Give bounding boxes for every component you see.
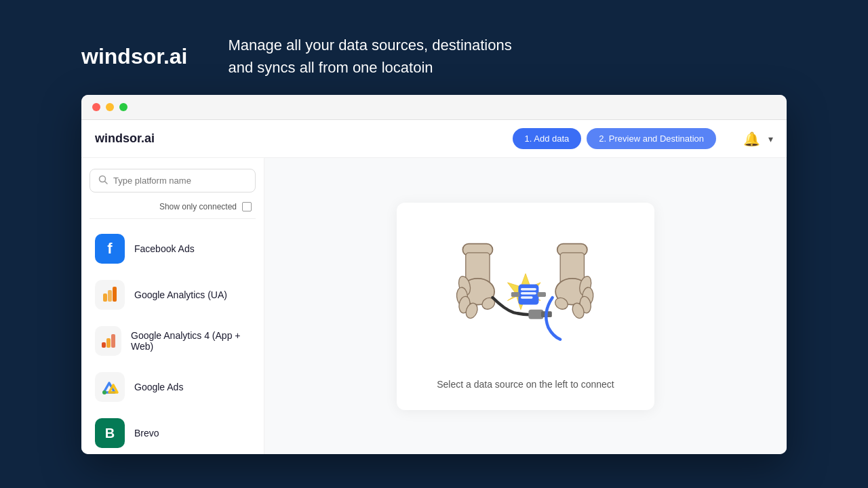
svg-rect-26	[511, 292, 519, 297]
tab-preview-destination[interactable]: 2. Preview and Destination	[587, 128, 716, 149]
navbar-right: 🔔 ▾	[743, 131, 773, 147]
browser-chrome	[81, 95, 787, 120]
show-connected-label: Show only connected	[159, 202, 237, 211]
app-logo: windsor.ai	[95, 131, 513, 146]
platform-name-ga-ua: Google Analytics (UA)	[134, 289, 227, 300]
main-layout: Show only connected f Facebook Ads	[81, 158, 787, 454]
dot-red[interactable]	[92, 103, 100, 111]
show-connected-checkbox[interactable]	[242, 202, 252, 211]
platform-item-brevo[interactable]: B Brevo	[90, 411, 256, 454]
notification-bell-icon[interactable]: 🔔	[743, 131, 760, 147]
platform-item-facebook[interactable]: f Facebook Ads	[90, 227, 256, 270]
svg-rect-24	[521, 292, 536, 295]
svg-rect-3	[108, 290, 112, 302]
svg-line-1	[105, 182, 108, 184]
platform-item-google-ads[interactable]: Google Ads	[90, 365, 256, 409]
dot-green[interactable]	[119, 103, 127, 111]
navbar: windsor.ai 1. Add data 2. Preview and De…	[81, 120, 787, 158]
svg-rect-25	[521, 296, 533, 299]
search-input[interactable]	[113, 176, 247, 186]
platform-name-facebook: Facebook Ads	[134, 243, 195, 254]
svg-rect-27	[538, 292, 546, 297]
show-connected-row: Show only connected	[90, 199, 256, 219]
banner-logo: windsor.ai	[81, 44, 187, 69]
svg-point-10	[102, 390, 106, 394]
svg-rect-5	[102, 342, 106, 348]
tab-add-data[interactable]: 1. Add data	[513, 128, 582, 149]
ga4-icon	[95, 326, 121, 356]
svg-rect-7	[111, 334, 115, 348]
app-content: windsor.ai 1. Add data 2. Preview and De…	[81, 120, 787, 454]
search-box[interactable]	[90, 169, 256, 192]
svg-rect-6	[106, 338, 111, 348]
banner: windsor.ai Manage all your data sources,…	[0, 34, 868, 95]
connection-card: Select a data source on the left to conn…	[397, 203, 654, 410]
ga-ua-icon	[95, 280, 125, 310]
connect-prompt-text: Select a data source on the left to conn…	[437, 379, 614, 390]
sidebar: Show only connected f Facebook Ads	[81, 158, 264, 454]
platform-item-ga4[interactable]: Google Analytics 4 (App + Web)	[90, 319, 256, 363]
brevo-icon: B	[95, 418, 125, 448]
chevron-down-icon[interactable]: ▾	[768, 134, 773, 144]
platform-name-ga4: Google Analytics 4 (App + Web)	[131, 330, 250, 352]
facebook-icon: f	[95, 234, 125, 264]
right-content: Select a data source on the left to conn…	[264, 158, 787, 454]
platform-name-brevo: Brevo	[134, 428, 159, 439]
plug-illustration	[424, 230, 627, 365]
banner-tagline: Manage all your data sources, destinatio…	[228, 34, 511, 79]
platform-name-google-ads: Google Ads	[134, 382, 183, 392]
svg-rect-23	[521, 287, 536, 290]
svg-rect-2	[103, 293, 107, 302]
browser-window: windsor.ai 1. Add data 2. Preview and De…	[81, 95, 787, 454]
svg-rect-4	[113, 287, 117, 302]
navbar-tabs: 1. Add data 2. Preview and Destination	[513, 128, 716, 149]
search-icon	[98, 175, 108, 186]
google-ads-icon	[95, 372, 125, 402]
dot-yellow[interactable]	[106, 103, 114, 111]
platform-item-ga-ua[interactable]: Google Analytics (UA)	[90, 273, 256, 317]
